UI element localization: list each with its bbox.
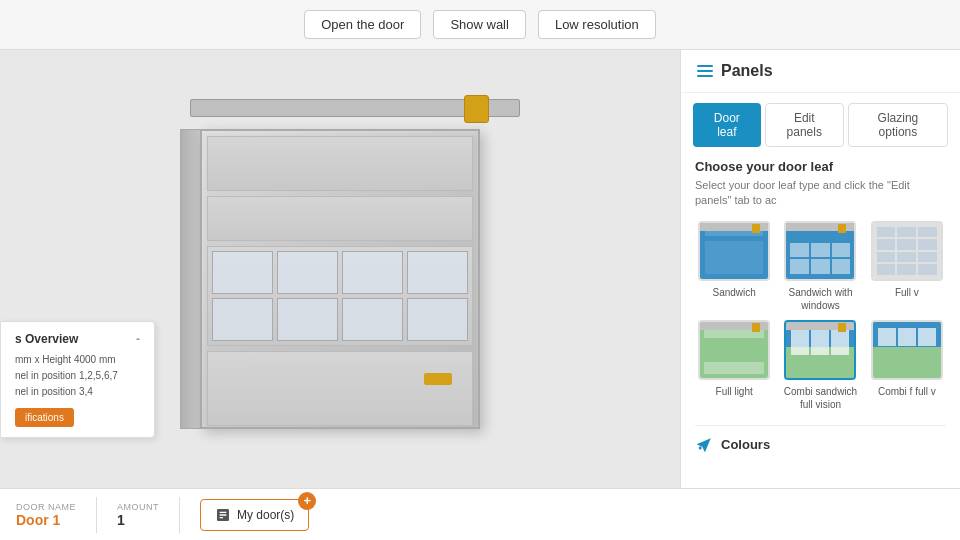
door-brand-badge (424, 373, 452, 385)
door-name-value: Door 1 (16, 512, 76, 528)
door-windows-section (207, 246, 473, 346)
tab-glazing-options[interactable]: Glazing options (848, 103, 948, 147)
amount-field: AMOUNT 1 (117, 502, 159, 528)
thumb-sandwich-windows (786, 223, 854, 279)
colours-section: Colours (695, 425, 946, 454)
leaf-label-sandwich: Sandwich (712, 286, 755, 299)
door-name-label: DOOR NAME (16, 502, 76, 512)
door-3d-view (180, 99, 500, 439)
door-frame (200, 129, 480, 429)
leaf-thumb-combi-full (871, 320, 943, 380)
thumb-motor (752, 224, 760, 233)
door-track (190, 99, 520, 117)
door-icon (215, 507, 231, 523)
overview-line3: nel in position 3,4 (15, 384, 140, 400)
amount-value: 1 (117, 512, 159, 528)
colours-title: Colours (721, 437, 770, 452)
door-window-cell (342, 298, 403, 341)
section-title: Choose your door leaf (695, 159, 946, 174)
door-left-wall (180, 129, 202, 429)
leaf-thumb-combi-sandwich (784, 320, 856, 380)
overview-collapse-btn[interactable]: - (136, 332, 140, 346)
amount-label: AMOUNT (117, 502, 159, 512)
colours-header: Colours (695, 436, 946, 454)
door-panel-top (207, 136, 473, 191)
overview-title: s Overview - (15, 332, 140, 346)
low-resolution-button[interactable]: Low resolution (538, 10, 656, 39)
thumb-motor (752, 323, 760, 332)
tab-door-leaf[interactable]: Door leaf (693, 103, 761, 147)
leaf-item-sandwich[interactable]: Sandwich (695, 221, 773, 312)
leaf-item-full-vision[interactable]: Full v (868, 221, 946, 312)
thumb-combi-full (873, 322, 941, 378)
right-panel: Panels Door leaf Edit panels Glazing opt… (680, 50, 960, 488)
leaf-label-full-vision: Full v (895, 286, 919, 299)
door-panel-middle (207, 196, 473, 241)
leaf-thumb-full-vision (871, 221, 943, 281)
door-panel-bottom (207, 351, 473, 426)
thumb-full-vision (873, 223, 941, 279)
door-window-cell (407, 251, 468, 294)
leaf-label-combi-full: Combi f full v (878, 385, 936, 398)
show-wall-button[interactable]: Show wall (433, 10, 526, 39)
top-toolbar: Open the door Show wall Low resolution (0, 0, 960, 50)
tabs-row: Door leaf Edit panels Glazing options (681, 93, 960, 147)
section-subtitle: Select your door leaf type and click the… (695, 178, 946, 209)
open-door-button[interactable]: Open the door (304, 10, 421, 39)
leaf-item-combi-sandwich[interactable]: Combi sandwich full vision (781, 320, 859, 411)
specifications-button[interactable]: ifications (15, 408, 74, 427)
door-name-field: DOOR NAME Door 1 (16, 502, 76, 528)
leaf-label-combi-sandwich: Combi sandwich full vision (781, 385, 859, 411)
paint-icon (695, 436, 713, 454)
thumb-motor (838, 323, 846, 332)
overview-line1: mm x Height 4000 mm (15, 352, 140, 368)
hamburger-icon[interactable] (697, 65, 713, 77)
thumb-combi-sandwich (786, 322, 854, 378)
thumb-motor (838, 224, 846, 233)
leaf-item-combi-full[interactable]: Combi f full v (868, 320, 946, 411)
door-window-cell (212, 251, 273, 294)
leaf-item-full-light[interactable]: Full light (695, 320, 773, 411)
door-motor (464, 95, 489, 123)
door-leaf-grid: Sandwich (695, 221, 946, 411)
door-window-cell (277, 298, 338, 341)
leaf-thumb-sandwich-windows (784, 221, 856, 281)
leaf-label-sandwich-windows: Sandwich with windows (781, 286, 859, 312)
divider (179, 497, 180, 533)
tab-edit-panels[interactable]: Edit panels (765, 103, 844, 147)
leaf-item-sandwich-windows[interactable]: Sandwich with windows (781, 221, 859, 312)
thumb-sw-windows (790, 243, 850, 274)
door-window-cell (212, 298, 273, 341)
door-window-cell (407, 298, 468, 341)
leaf-thumb-full-light (698, 320, 770, 380)
overview-line2: nel in position 1,2,5,6,7 (15, 368, 140, 384)
bottom-bar: DOOR NAME Door 1 AMOUNT 1 My door(s) + (0, 488, 960, 540)
my-doors-label: My door(s) (237, 508, 294, 522)
leaf-thumb-sandwich (698, 221, 770, 281)
thumb-sandwich (700, 223, 768, 279)
panel-title: Panels (721, 62, 773, 80)
door-window-cell (342, 251, 403, 294)
panel-content: Choose your door leaf Select your door l… (681, 147, 960, 488)
main-content: s Overview - mm x Height 4000 mm nel in … (0, 50, 960, 488)
plus-badge: + (298, 492, 316, 510)
my-doors-button[interactable]: My door(s) + (200, 499, 309, 531)
door-window-cell (277, 251, 338, 294)
thumb-full-light (700, 322, 768, 378)
viewport: s Overview - mm x Height 4000 mm nel in … (0, 50, 680, 488)
divider (96, 497, 97, 533)
leaf-label-full-light: Full light (716, 385, 753, 398)
overview-title-text: s Overview (15, 332, 78, 346)
right-panel-header: Panels (681, 50, 960, 93)
overview-details: mm x Height 4000 mm nel in position 1,2,… (15, 352, 140, 400)
overview-panel: s Overview - mm x Height 4000 mm nel in … (0, 321, 155, 438)
